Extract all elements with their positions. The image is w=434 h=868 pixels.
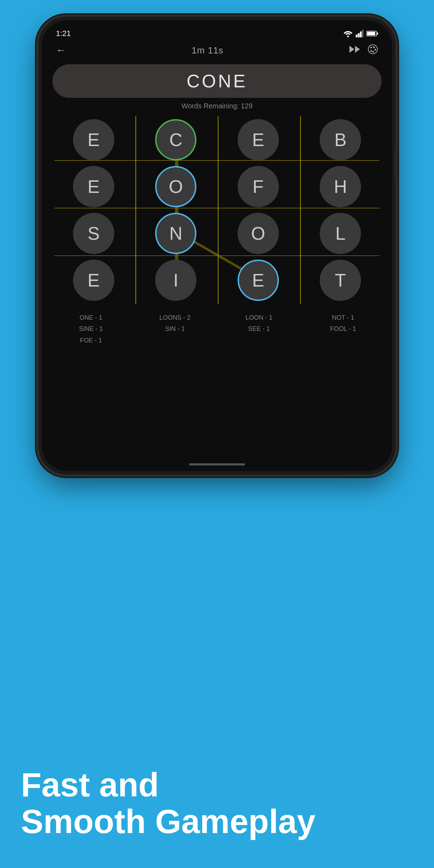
cell-1-3[interactable]: E: [217, 116, 299, 163]
letter-c: C: [169, 129, 182, 150]
letter-grid: E C E B: [49, 113, 385, 307]
home-indicator: [189, 463, 245, 465]
letter-circle-n[interactable]: N: [155, 213, 196, 254]
cell-1-4[interactable]: B: [299, 116, 382, 163]
letter-i: I: [173, 270, 178, 291]
cell-3-4[interactable]: L: [299, 210, 382, 257]
fast-forward-button[interactable]: [349, 45, 361, 56]
cell-2-2[interactable]: O: [135, 163, 217, 210]
svg-rect-3: [360, 31, 362, 37]
svg-point-12: [373, 46, 375, 48]
words-list: ONE - 1 SINE - 1 FOE - 1 LOONS - 2 SIN -…: [49, 312, 385, 346]
grid-container: E C E B: [49, 113, 385, 307]
side-button: [395, 150, 398, 178]
bottom-text: Fast and Smooth Gameplay: [21, 766, 413, 840]
word-loons: LOONS - 2: [133, 312, 217, 323]
status-bar: 1:21: [42, 20, 392, 40]
letter-f: F: [253, 176, 264, 197]
word-fool: FOOL - 1: [301, 323, 385, 334]
letter-o: O: [169, 176, 183, 197]
cell-3-3[interactable]: O: [217, 210, 299, 257]
letter-circle-o2[interactable]: O: [238, 213, 279, 254]
svg-rect-1: [356, 35, 357, 37]
cell-4-3[interactable]: E: [217, 257, 299, 304]
letter-circle-i[interactable]: I: [155, 260, 196, 301]
letter-e3: E: [87, 176, 100, 197]
word-col-1: ONE - 1 SINE - 1 FOE - 1: [49, 312, 133, 346]
battery-icon: [366, 30, 378, 37]
cell-2-4[interactable]: H: [299, 163, 382, 210]
svg-rect-7: [367, 32, 375, 35]
cell-2-1[interactable]: E: [52, 163, 135, 210]
cell-1-1[interactable]: E: [52, 116, 135, 163]
headline-line1: Fast and: [21, 766, 159, 803]
word-col-4: NOT - 1 FOOL - 1: [301, 312, 385, 346]
letter-circle-e5[interactable]: E: [238, 260, 279, 301]
letter-e5: E: [252, 270, 264, 291]
letter-s: S: [87, 223, 100, 244]
svg-point-15: [372, 51, 374, 53]
svg-point-11: [370, 47, 372, 49]
letter-l: L: [335, 223, 346, 244]
timer: 1m 11s: [191, 45, 223, 56]
word-display: CONE: [52, 64, 382, 98]
word-sin: SIN - 1: [133, 323, 217, 334]
letter-circle-t[interactable]: T: [320, 260, 361, 301]
cell-2-3[interactable]: F: [217, 163, 299, 210]
letter-e1: E: [87, 129, 100, 150]
status-time: 1:21: [56, 29, 71, 38]
wifi-icon: [343, 30, 353, 37]
svg-rect-2: [358, 33, 360, 37]
svg-marker-9: [355, 46, 360, 53]
bottom-headline: Fast and Smooth Gameplay: [21, 766, 413, 840]
cell-3-2[interactable]: N: [135, 210, 217, 257]
word-loon: LOON - 1: [217, 312, 301, 323]
letter-circle-c[interactable]: C: [155, 119, 196, 160]
cell-3-1[interactable]: S: [52, 210, 135, 257]
top-bar: ← 1m 11s: [42, 40, 392, 61]
letter-circle-f[interactable]: F: [238, 166, 279, 207]
letter-circle-s[interactable]: S: [73, 213, 114, 254]
letter-circle-e1[interactable]: E: [73, 119, 114, 160]
letter-t: T: [335, 270, 346, 291]
cell-4-1[interactable]: E: [52, 257, 135, 304]
svg-rect-6: [377, 32, 378, 35]
letter-o2: O: [251, 223, 265, 244]
back-button[interactable]: ←: [56, 45, 66, 56]
phone-screen: 1:21: [42, 20, 392, 471]
letter-e2: E: [252, 129, 264, 150]
phone-shell: 1:21: [38, 17, 396, 475]
palette-button[interactable]: [368, 44, 378, 57]
letter-circle-l[interactable]: L: [320, 213, 361, 254]
svg-rect-4: [362, 30, 363, 37]
top-actions: [349, 44, 378, 57]
word-see: SEE - 1: [217, 323, 301, 334]
letter-circle-b[interactable]: B: [320, 119, 361, 160]
headline-line2: Smooth Gameplay: [21, 803, 316, 840]
cell-4-4[interactable]: T: [299, 257, 382, 304]
word-one: ONE - 1: [49, 312, 133, 323]
cell-1-2[interactable]: C: [135, 116, 217, 163]
letter-circle-e3[interactable]: E: [73, 166, 114, 207]
letter-circle-o[interactable]: O: [155, 166, 196, 207]
letter-circle-e2[interactable]: E: [238, 119, 279, 160]
signal-icon: [356, 30, 363, 37]
word-sine: SINE - 1: [49, 323, 133, 334]
status-icons: [343, 30, 378, 37]
words-remaining: Words Remaining: 129: [42, 102, 392, 110]
svg-marker-8: [349, 46, 354, 53]
letter-circle-e4[interactable]: E: [73, 260, 114, 301]
letter-h: H: [334, 176, 347, 197]
word-col-2: LOONS - 2 SIN - 1: [133, 312, 217, 346]
letter-circle-h[interactable]: H: [320, 166, 361, 207]
current-word: CONE: [187, 71, 247, 91]
cell-4-2[interactable]: I: [135, 257, 217, 304]
svg-point-13: [374, 49, 376, 51]
letter-b: B: [334, 129, 347, 150]
letter-e4: E: [87, 270, 100, 291]
letter-n: N: [169, 223, 182, 244]
word-col-3: LOON - 1 SEE - 1: [217, 312, 301, 346]
svg-point-14: [370, 50, 372, 52]
word-foe: FOE - 1: [49, 335, 133, 346]
word-not: NOT - 1: [301, 312, 385, 323]
